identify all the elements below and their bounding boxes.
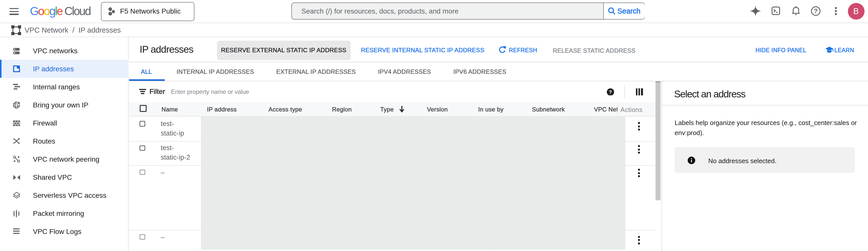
svg-text:?: ? [609, 89, 612, 95]
svg-text:?: ? [813, 7, 817, 14]
